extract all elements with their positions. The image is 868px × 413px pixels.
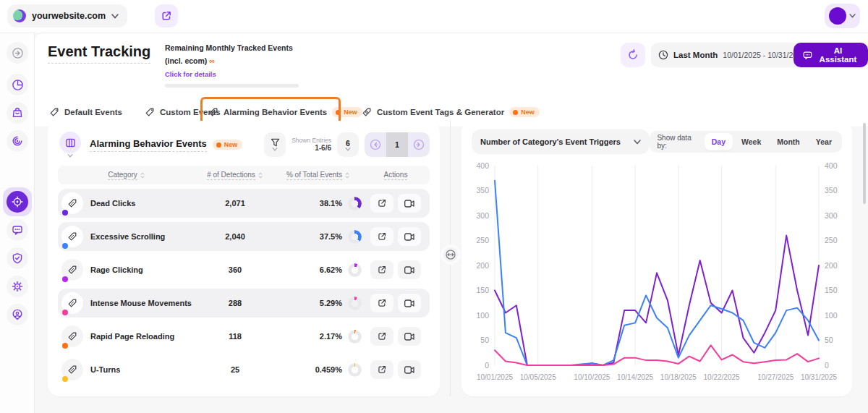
interval-month-button[interactable]: Month [770,133,807,150]
refresh-icon [627,49,639,61]
percent-donut [348,363,362,377]
page-title: Event Tracking [48,43,150,64]
watch-recordings-button[interactable] [398,227,421,246]
show-data-by-label: Show data by: [657,134,699,150]
watch-recordings-button[interactable] [398,260,421,279]
open-events-button[interactable] [370,327,393,346]
tab-default-events[interactable]: Default Events [49,101,122,123]
filter-button[interactable] [264,132,286,157]
detections-value: 2,040 [195,232,275,241]
column-header-category[interactable]: Category [58,171,195,180]
table-row[interactable]: Intense Mouse Movements 288 5.29% [58,289,430,318]
new-badge: New [332,107,362,117]
table-row[interactable]: Rage Clicking 360 6.62% [58,255,430,284]
svg-text:250: 250 [825,236,838,244]
svg-text:300: 300 [825,211,838,220]
svg-text:200: 200 [476,261,489,270]
watch-recordings-button[interactable] [398,194,421,213]
table-row[interactable]: Rapid Page Reloading 118 2.17% [58,322,430,351]
video-camera-icon [404,366,414,374]
svg-text:200: 200 [825,261,838,270]
open-site-button[interactable] [155,4,178,27]
analytics-pie-icon[interactable] [7,74,28,95]
tab-custom-event-tags-generator[interactable]: Custom Event Tags & Generator New [362,101,540,123]
svg-text:400: 400 [825,161,838,170]
svg-text:350: 350 [476,186,489,195]
orders-bag-icon[interactable] [7,102,28,124]
shown-entries-value: 1-6/6 [292,144,331,153]
video-camera-icon [404,266,414,274]
table-row[interactable]: U-Turns 25 0.459% [58,355,430,384]
interval-day-button[interactable]: Day [705,133,733,150]
category-color-dot [62,276,68,282]
percent-value: 2.17% [320,332,342,341]
watch-recordings-button[interactable] [398,294,421,312]
panel-toggle-icon[interactable] [7,42,28,64]
category-color-dot [62,376,68,382]
interval-year-button[interactable]: Year [809,133,839,150]
feedback-chat-icon[interactable] [7,219,28,241]
table-row[interactable]: Excessive Scrolling 2,040 37.5% [58,222,430,251]
detections-value: 118 [195,332,275,341]
svg-text:250: 250 [476,236,489,244]
tab-label: Default Events [64,108,122,116]
site-name: yourwebsite.com [32,11,106,21]
resize-handle[interactable] [441,244,461,265]
pagination: 1 [365,132,430,157]
detections-value: 360 [195,265,275,274]
external-link-icon [161,11,171,21]
sort-icon [258,172,263,179]
open-events-button[interactable] [370,194,393,213]
table-row[interactable]: Dead Clicks 2,071 38.1% [58,189,430,218]
chart-metric-dropdown[interactable]: Number of Category's Event Triggers [472,129,650,154]
external-link-icon [378,299,386,307]
interval-week-button[interactable]: Week [734,133,768,150]
event-triggers-chart-card: Number of Category's Event Triggers Show… [461,121,852,396]
chevron-down-icon [272,148,278,151]
chevron-down-icon [111,14,119,19]
svg-text:10/18/2025: 10/18/2025 [660,373,697,381]
sidebar-item-event-tracking[interactable] [3,187,32,216]
table-body: Dead Clicks 2,071 38.1% [58,189,430,384]
svg-text:10/01/2025: 10/01/2025 [477,373,513,381]
open-events-button[interactable] [370,260,393,279]
column-header-detections[interactable]: # of Detections [195,171,275,180]
detections-value: 288 [195,299,275,307]
next-page-button[interactable] [408,132,430,157]
category-color-dot [62,343,68,349]
line-chart[interactable]: 0050501001001501502002002502503003003503… [472,157,842,386]
column-header-percent[interactable]: % of Total Events [275,171,362,180]
previous-page-button[interactable] [365,132,386,157]
user-location-icon[interactable] [7,304,28,325]
svg-text:50: 50 [480,336,489,344]
page-size-select[interactable]: 6 [337,132,359,157]
click-for-details-link[interactable]: Click for details [165,70,216,78]
alarming-events-table-card: Alarming Behavior Events New Shown Entri… [48,121,440,396]
open-events-button[interactable] [370,294,393,312]
radar-icon[interactable] [7,130,28,152]
percent-donut [348,297,362,310]
chevron-down-icon [345,148,351,151]
open-events-button[interactable] [370,227,393,246]
privacy-shield-icon[interactable] [7,247,28,269]
tab-alarming-behavior-events[interactable]: Alarming Behavior Events New [208,101,362,123]
tag-edit-icon [208,107,218,117]
settings-gear-icon[interactable] [7,276,28,297]
page-scrollbar[interactable] [863,123,866,204]
watch-recordings-button[interactable] [398,327,421,346]
ai-assistant-button[interactable]: AI Assistant [793,43,868,67]
category-label: Intense Mouse Movements [90,299,192,307]
tag-icon [61,226,83,247]
svg-text:10/05/2025: 10/05/2025 [520,373,556,381]
open-events-button[interactable] [370,360,393,379]
watch-recordings-button[interactable] [398,360,421,379]
site-selector[interactable]: yourwebsite.com [7,4,127,27]
table-type-selector[interactable] [58,132,82,158]
user-menu[interactable] [825,4,860,28]
chat-bubble-icon [803,50,812,61]
percent-value: 0.459% [315,365,342,374]
tag-icon [61,359,83,380]
svg-text:10/14/2025: 10/14/2025 [617,373,653,381]
site-logo-icon [13,9,26,22]
refresh-button[interactable] [621,43,645,67]
